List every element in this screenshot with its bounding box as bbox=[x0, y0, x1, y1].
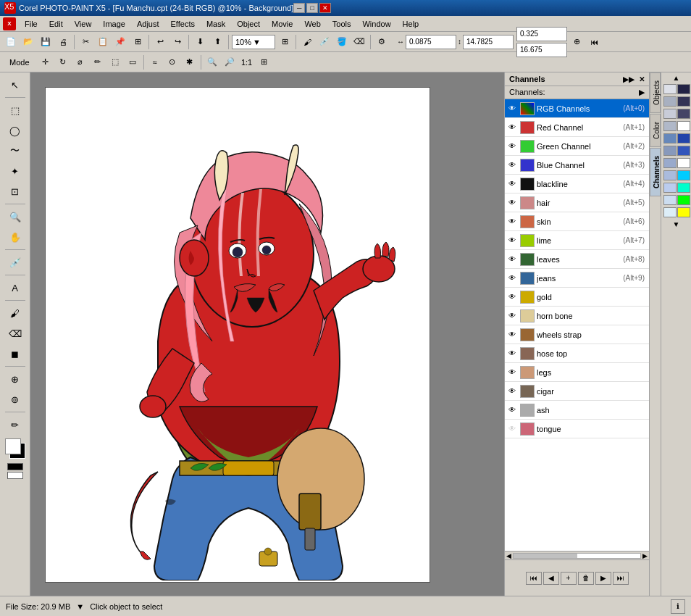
channel-eye-skin[interactable]: 👁 bbox=[506, 216, 518, 228]
palette-swatch-14[interactable] bbox=[677, 158, 690, 168]
paintbrush-lt[interactable]: 🖌 bbox=[5, 304, 25, 322]
fill-tool[interactable]: 🪣 bbox=[334, 34, 350, 50]
palette-swatch-1[interactable] bbox=[663, 84, 677, 94]
menu-tools[interactable]: Tools bbox=[327, 18, 357, 30]
channel-eye-cigar[interactable]: 👁 bbox=[506, 386, 518, 397]
h-coord[interactable]: 16.675 bbox=[516, 43, 567, 57]
channel-row-blackline[interactable]: 👁 blackline (Alt+4) bbox=[505, 175, 649, 193]
tab-channels[interactable]: Channels bbox=[650, 148, 661, 196]
channels-menu-icon[interactable]: ▶ bbox=[639, 88, 645, 97]
zoom-input[interactable]: 10% ▼ bbox=[232, 35, 275, 49]
add-channel-button[interactable]: + bbox=[561, 572, 577, 585]
channel-eye-green[interactable]: 👁 bbox=[506, 141, 518, 152]
new-button[interactable]: 📄 bbox=[3, 34, 19, 50]
palette-swatch-6[interactable] bbox=[677, 109, 690, 119]
export-button[interactable]: ⬆ bbox=[209, 34, 225, 50]
palette-swatch-11[interactable] bbox=[663, 146, 677, 156]
paste-button[interactable]: 📌 bbox=[112, 34, 128, 50]
import-button[interactable]: ⬇ bbox=[192, 34, 208, 50]
palette-swatch-3[interactable] bbox=[663, 96, 677, 107]
menu-adjust[interactable]: Adjust bbox=[131, 18, 165, 30]
channel-row-gold[interactable]: 👁 gold bbox=[505, 288, 649, 307]
color-swatch[interactable] bbox=[5, 438, 25, 459]
brush-tool[interactable]: 🖌 bbox=[299, 34, 315, 50]
black-swatch[interactable] bbox=[7, 463, 23, 470]
rotate-tool[interactable]: ↻ bbox=[55, 54, 71, 70]
save-button[interactable]: 💾 bbox=[38, 34, 54, 50]
menu-file[interactable]: File bbox=[19, 18, 43, 30]
open-button[interactable]: 📂 bbox=[20, 34, 36, 50]
palette-swatch-10[interactable] bbox=[677, 133, 690, 143]
channel-row-legs[interactable]: 👁 legs bbox=[505, 363, 649, 382]
mask-magic[interactable]: ✦ bbox=[5, 162, 25, 180]
palette-swatch-22[interactable] bbox=[677, 207, 690, 217]
channel-eye-leaves[interactable]: 👁 bbox=[506, 254, 518, 265]
close-button[interactable]: ✕ bbox=[319, 3, 331, 13]
menu-movie[interactable]: Movie bbox=[266, 18, 298, 30]
heal-tool[interactable]: ✱ bbox=[182, 54, 198, 70]
channel-row-lime[interactable]: 👁 lime (Alt+7) bbox=[505, 231, 649, 250]
channel-eye-blackline[interactable]: 👁 bbox=[506, 178, 518, 190]
palette-swatch-19[interactable] bbox=[663, 195, 677, 205]
palette-swatch-21[interactable] bbox=[663, 207, 677, 217]
scroll-thumb[interactable] bbox=[514, 554, 577, 558]
canvas-area[interactable] bbox=[30, 72, 504, 596]
palette-swatch-8[interactable] bbox=[677, 121, 690, 131]
channel-eye-tongue[interactable]: 👁 bbox=[506, 423, 518, 435]
menu-mask[interactable]: Mask bbox=[201, 18, 231, 30]
text-tool[interactable]: A bbox=[5, 278, 25, 297]
scroll-track[interactable] bbox=[513, 553, 641, 559]
menu-image[interactable]: Image bbox=[97, 18, 131, 30]
info-icon[interactable]: ℹ bbox=[671, 599, 685, 614]
touch-up[interactable]: ⊚ bbox=[5, 390, 25, 409]
palette-swatch-9[interactable] bbox=[663, 133, 677, 143]
eyedropper-lt[interactable]: 💉 bbox=[5, 253, 25, 272]
channel-eye-blue[interactable]: 👁 bbox=[506, 159, 518, 171]
copy-button[interactable]: 📋 bbox=[95, 34, 111, 50]
menu-edit[interactable]: Edit bbox=[43, 18, 69, 30]
palette-swatch-18[interactable] bbox=[677, 183, 690, 193]
cut-button[interactable]: ✂ bbox=[78, 34, 93, 50]
channel-row-skin[interactable]: 👁 skin (Alt+6) bbox=[505, 212, 649, 231]
freehand-tool[interactable]: ⌀ bbox=[72, 54, 88, 70]
freehand-lt[interactable]: ✏ bbox=[5, 415, 25, 434]
channel-row-blue[interactable]: 👁 Blue Channel (Alt+3) bbox=[505, 156, 649, 175]
tab-color[interactable]: Color bbox=[650, 114, 661, 147]
zoom-to-fit[interactable]: ⊞ bbox=[277, 34, 293, 50]
panel-expand-icon[interactable]: ▶▶ bbox=[623, 75, 635, 83]
panel-header-controls[interactable]: ▶▶ ✕ bbox=[623, 75, 645, 83]
channel-eye-wheels[interactable]: 👁 bbox=[506, 329, 518, 341]
minimize-button[interactable]: ─ bbox=[293, 3, 305, 13]
menu-window[interactable]: Window bbox=[356, 18, 396, 30]
channels-scrollbar[interactable]: ◀ ▶ bbox=[505, 551, 649, 559]
channel-row-hair[interactable]: 👁 hair (Alt+5) bbox=[505, 193, 649, 212]
pointer-tool[interactable]: ↖ bbox=[5, 75, 25, 94]
settings-button[interactable]: ⚙ bbox=[374, 34, 390, 50]
paste-special-button[interactable]: ⊞ bbox=[130, 34, 146, 50]
select-tool[interactable]: ✛ bbox=[38, 54, 54, 70]
channel-eye-red[interactable]: 👁 bbox=[506, 122, 518, 133]
channel-eye-hair[interactable]: 👁 bbox=[506, 197, 518, 209]
next-button[interactable]: ▶ bbox=[595, 572, 611, 585]
pen-tool[interactable]: ✏ bbox=[90, 54, 106, 70]
panel-close-icon[interactable]: ✕ bbox=[639, 75, 645, 83]
clone-tool[interactable]: ⊙ bbox=[164, 54, 180, 70]
palette-swatch-13[interactable] bbox=[663, 158, 677, 168]
channel-row-green[interactable]: 👁 Green Channel (Alt+2) bbox=[505, 137, 649, 156]
channel-row-cigar[interactable]: 👁 cigar bbox=[505, 382, 649, 401]
channel-eye-gold[interactable]: 👁 bbox=[506, 291, 518, 303]
zoom-in[interactable]: 🔍 bbox=[204, 54, 220, 70]
zoom-tool[interactable]: 🔍 bbox=[5, 207, 25, 226]
next-last-button[interactable]: ⏭ bbox=[613, 572, 629, 585]
channel-row-red[interactable]: 👁 Red Channel (Alt+1) bbox=[505, 118, 649, 137]
zoom-dropdown-icon[interactable]: ▼ bbox=[253, 38, 261, 46]
print-button[interactable]: 🖨 bbox=[55, 34, 71, 50]
zoom-100[interactable]: 1:1 bbox=[239, 54, 255, 70]
tab-objects[interactable]: Objects bbox=[650, 72, 661, 113]
channel-eye-hose[interactable]: 👁 bbox=[506, 348, 518, 359]
clone-lt[interactable]: ⊕ bbox=[5, 370, 25, 388]
channel-row-rgb[interactable]: 👁 RGB Channels (Alt+0) bbox=[505, 99, 649, 118]
w-coord[interactable]: 0.325 bbox=[516, 27, 567, 41]
pan-tool[interactable]: ✋ bbox=[5, 228, 25, 246]
menu-object[interactable]: Object bbox=[231, 18, 266, 30]
